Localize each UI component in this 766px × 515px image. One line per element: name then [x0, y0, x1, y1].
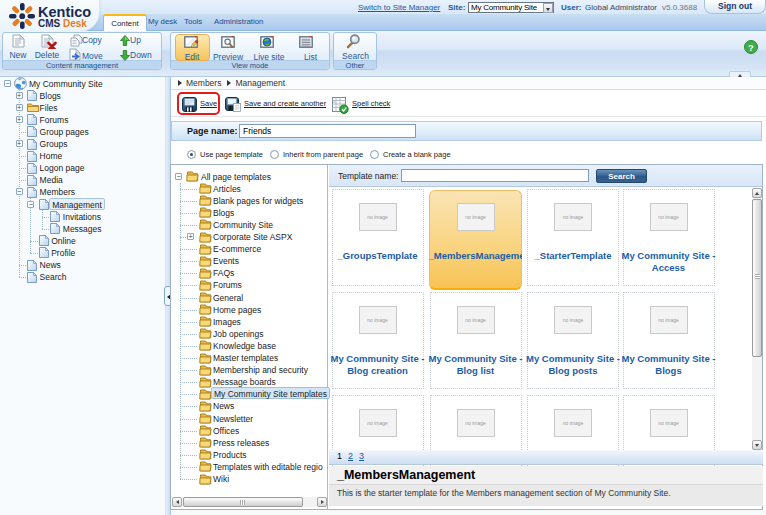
svg-text:?: ? [748, 42, 754, 53]
